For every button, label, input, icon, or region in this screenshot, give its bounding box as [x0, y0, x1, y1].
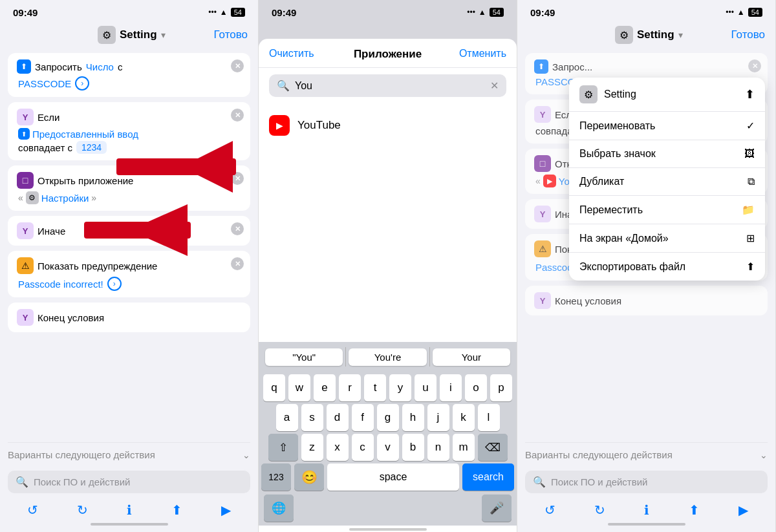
- show-icon-right: ⚠: [534, 240, 551, 257]
- suggestion-you[interactable]: "You": [265, 348, 343, 366]
- close-request-left[interactable]: ✕: [231, 59, 244, 72]
- card-if-left: ✕ Y Если ⬆ Предоставленный ввод совпадае…: [8, 102, 250, 160]
- key-k[interactable]: k: [453, 404, 475, 431]
- key-delete[interactable]: ⌫: [478, 434, 508, 461]
- dropdown-upload-icon[interactable]: ⬆: [745, 87, 755, 101]
- toolbar-redo-left[interactable]: ↻: [77, 502, 88, 518]
- time-left: 09:49: [13, 7, 38, 18]
- key-m[interactable]: m: [453, 434, 475, 461]
- suggestion-your[interactable]: Your: [433, 348, 510, 366]
- key-v[interactable]: v: [377, 434, 399, 461]
- search-placeholder-right: Поиск ПО и действий: [551, 476, 647, 487]
- nav-done-left[interactable]: Готово: [213, 28, 248, 41]
- modal-search-input[interactable]: 🔍 You ✕: [269, 74, 506, 97]
- dropdown-item-move[interactable]: Переместить 📁: [569, 196, 765, 224]
- if-sub-label-left[interactable]: Предоставленный ввод: [32, 129, 138, 140]
- variants-row-right[interactable]: Варианты следующего действия ⌄: [525, 442, 768, 467]
- nav-chevron-left[interactable]: ▾: [161, 30, 166, 40]
- modal-clear-btn[interactable]: Очистить: [269, 48, 314, 59]
- nav-chevron-right[interactable]: ▾: [678, 30, 683, 40]
- toolbar-info-left[interactable]: ℹ: [127, 502, 132, 518]
- key-w[interactable]: w: [288, 374, 310, 401]
- search-icon-right: 🔍: [533, 476, 546, 488]
- show-chevron-left[interactable]: ›: [107, 277, 122, 291]
- key-shift[interactable]: ⇧: [268, 434, 298, 461]
- toolbar-undo-right[interactable]: ↺: [544, 502, 555, 518]
- nav-title-left: Setting: [120, 28, 157, 41]
- wifi-icon-right: ▲: [737, 8, 745, 17]
- settings-icon-card: ⚙: [26, 191, 39, 204]
- suggestion-youre[interactable]: You're: [349, 348, 426, 366]
- nav-done-right[interactable]: Готово: [731, 28, 765, 41]
- home-indicator-middle: [349, 528, 427, 531]
- toolbar-play-right[interactable]: ▶: [738, 502, 748, 518]
- close-open-left[interactable]: ✕: [231, 172, 244, 185]
- key-space[interactable]: space: [327, 463, 459, 491]
- variants-row-left[interactable]: Варианты следующего действия ⌄: [8, 442, 250, 467]
- request-icon-right: ⬆: [534, 59, 548, 74]
- search-icon-left: 🔍: [16, 476, 28, 488]
- dropdown-item-icon[interactable]: Выбрать значок 🖼: [569, 140, 765, 168]
- dropdown-rename-label: Переименовать: [579, 120, 655, 132]
- key-o[interactable]: o: [465, 374, 487, 401]
- key-h[interactable]: h: [402, 404, 424, 431]
- dropdown-item-rename[interactable]: Переименовать ✓: [569, 112, 765, 140]
- key-mic[interactable]: 🎤: [482, 495, 512, 522]
- key-u[interactable]: u: [415, 374, 436, 401]
- key-y[interactable]: y: [389, 374, 411, 401]
- modal-search-row: 🔍 You ✕: [259, 68, 517, 103]
- key-r[interactable]: r: [339, 374, 361, 401]
- key-z[interactable]: z: [301, 434, 323, 461]
- search-bar-right[interactable]: 🔍 Поиск ПО и действий: [525, 471, 768, 493]
- key-search[interactable]: search: [462, 463, 514, 491]
- list-item[interactable]: ▶ YouTube: [269, 109, 506, 142]
- key-x[interactable]: x: [327, 434, 349, 461]
- key-b[interactable]: b: [402, 434, 424, 461]
- toolbar-redo-right[interactable]: ↻: [594, 502, 605, 518]
- dropdown-item-export[interactable]: Экспортировать файл ⬆: [569, 253, 765, 281]
- quote-right-open: »: [91, 193, 96, 203]
- key-s[interactable]: s: [301, 404, 323, 431]
- request-type-left[interactable]: Число: [86, 61, 114, 72]
- close-else-left[interactable]: ✕: [231, 222, 244, 235]
- toolbar-share-left[interactable]: ⬆: [171, 502, 182, 518]
- settings-label-left[interactable]: Настройки: [41, 193, 89, 204]
- key-i[interactable]: i: [440, 374, 462, 401]
- dropdown-duplicate-icon: ⧉: [748, 176, 755, 187]
- passcode-label-left[interactable]: PASSCODE: [18, 78, 71, 89]
- modal-search-clear[interactable]: ✕: [490, 80, 499, 92]
- key-j[interactable]: j: [427, 404, 449, 431]
- key-f[interactable]: f: [352, 404, 374, 431]
- key-a[interactable]: a: [276, 404, 298, 431]
- key-globe[interactable]: 🌐: [264, 495, 294, 522]
- toolbar-play-left[interactable]: ▶: [221, 502, 231, 518]
- toolbar-info-right[interactable]: ℹ: [644, 502, 649, 518]
- dropdown-item-homescreen[interactable]: На экран «Домой» ⊞: [569, 224, 765, 253]
- status-bar-middle: 09:49 ••• ▲ 54: [259, 0, 517, 22]
- key-l[interactable]: l: [478, 404, 500, 431]
- key-c[interactable]: c: [352, 434, 374, 461]
- search-bar-left[interactable]: 🔍 Поиск ПО и действий: [8, 471, 250, 493]
- show-sub-left[interactable]: Passcode incorrect!: [18, 279, 103, 290]
- if-value-left[interactable]: 1234: [76, 141, 107, 154]
- toolbar-undo-left[interactable]: ↺: [27, 502, 38, 518]
- nav-center-right: ⚙ Setting ▾: [615, 26, 683, 44]
- key-123[interactable]: 123: [261, 463, 291, 491]
- key-g[interactable]: g: [377, 404, 399, 431]
- dropdown-item-duplicate[interactable]: Дубликат ⧉: [569, 168, 765, 196]
- toolbar-right: ↺ ↻ ℹ ⬆ ▶: [525, 497, 768, 520]
- close-if-left[interactable]: ✕: [231, 109, 244, 122]
- key-emoji[interactable]: 😊: [294, 463, 324, 491]
- close-show-left[interactable]: ✕: [231, 257, 244, 270]
- passcode-chevron-left[interactable]: ›: [75, 76, 89, 90]
- modal-cancel-btn[interactable]: Отменить: [459, 48, 506, 59]
- key-t[interactable]: t: [364, 374, 386, 401]
- nav-bar-right: ⚙ Setting ▾ Готово: [517, 22, 775, 48]
- key-e[interactable]: e: [314, 374, 336, 401]
- toolbar-share-right[interactable]: ⬆: [689, 502, 700, 518]
- key-n[interactable]: n: [427, 434, 449, 461]
- close-request-right[interactable]: ✕: [748, 59, 761, 72]
- key-d[interactable]: d: [327, 404, 349, 431]
- key-q[interactable]: q: [263, 374, 285, 401]
- key-p[interactable]: p: [490, 374, 512, 401]
